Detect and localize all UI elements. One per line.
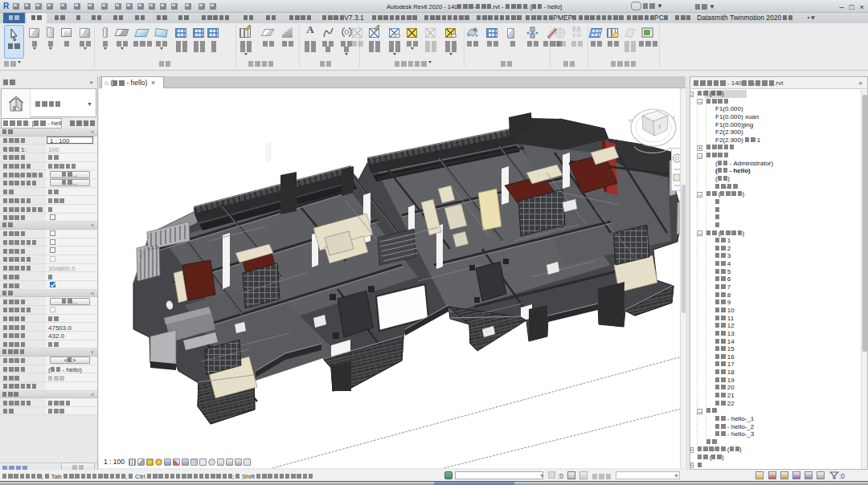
svg-text:E: E <box>673 116 675 120</box>
